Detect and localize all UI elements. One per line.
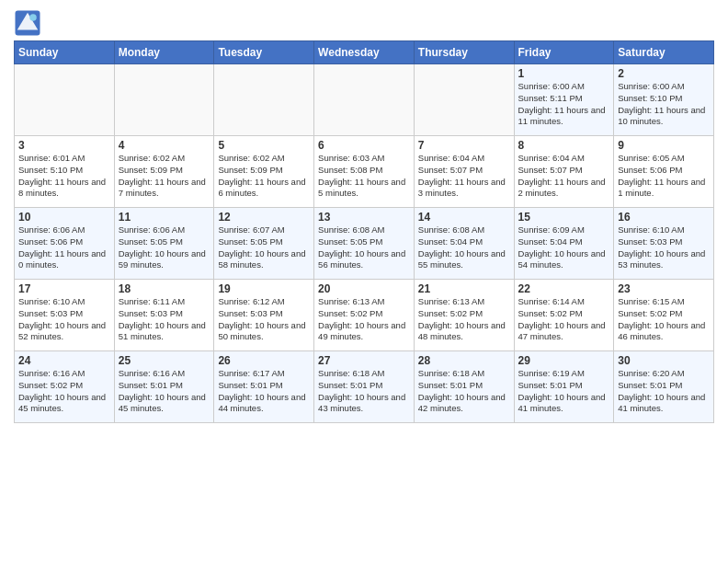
page-container: SundayMondayTuesdayWednesdayThursdayFrid… bbox=[0, 0, 728, 432]
day-cell: 26Sunrise: 6:17 AM Sunset: 5:01 PM Dayli… bbox=[214, 351, 314, 423]
day-info: Sunrise: 6:08 AM Sunset: 5:04 PM Dayligh… bbox=[418, 224, 510, 271]
day-cell: 20Sunrise: 6:13 AM Sunset: 5:02 PM Dayli… bbox=[314, 280, 415, 351]
day-number: 3 bbox=[18, 139, 110, 152]
day-info: Sunrise: 6:04 AM Sunset: 5:07 PM Dayligh… bbox=[518, 153, 610, 200]
day-number: 8 bbox=[518, 139, 610, 152]
day-number: 6 bbox=[318, 139, 410, 152]
day-cell: 8Sunrise: 6:04 AM Sunset: 5:07 PM Daylig… bbox=[514, 136, 614, 208]
day-info: Sunrise: 6:14 AM Sunset: 5:02 PM Dayligh… bbox=[518, 296, 610, 343]
day-number: 27 bbox=[318, 354, 410, 367]
day-info: Sunrise: 6:00 AM Sunset: 5:10 PM Dayligh… bbox=[618, 81, 710, 128]
day-cell bbox=[314, 64, 415, 136]
day-info: Sunrise: 6:18 AM Sunset: 5:01 PM Dayligh… bbox=[318, 368, 410, 415]
day-info: Sunrise: 6:20 AM Sunset: 5:01 PM Dayligh… bbox=[618, 368, 710, 415]
day-cell: 29Sunrise: 6:19 AM Sunset: 5:01 PM Dayli… bbox=[514, 351, 614, 423]
day-number: 26 bbox=[218, 354, 310, 367]
day-cell: 30Sunrise: 6:20 AM Sunset: 5:01 PM Dayli… bbox=[614, 351, 714, 423]
day-number: 7 bbox=[418, 139, 510, 152]
day-number: 20 bbox=[318, 282, 410, 295]
day-number: 4 bbox=[119, 139, 210, 152]
day-number: 18 bbox=[119, 282, 210, 295]
day-cell: 17Sunrise: 6:10 AM Sunset: 5:03 PM Dayli… bbox=[15, 280, 115, 351]
day-info: Sunrise: 6:04 AM Sunset: 5:07 PM Dayligh… bbox=[418, 153, 510, 200]
day-info: Sunrise: 6:10 AM Sunset: 5:03 PM Dayligh… bbox=[18, 296, 110, 343]
day-cell: 16Sunrise: 6:10 AM Sunset: 5:03 PM Dayli… bbox=[614, 208, 714, 280]
day-number: 24 bbox=[18, 354, 110, 367]
header bbox=[14, 9, 714, 37]
day-cell: 12Sunrise: 6:07 AM Sunset: 5:05 PM Dayli… bbox=[214, 208, 314, 280]
day-info: Sunrise: 6:02 AM Sunset: 5:09 PM Dayligh… bbox=[119, 153, 210, 200]
day-cell bbox=[15, 64, 115, 136]
weekday-header-saturday: Saturday bbox=[614, 41, 714, 64]
day-number: 1 bbox=[518, 67, 610, 80]
day-info: Sunrise: 6:09 AM Sunset: 5:04 PM Dayligh… bbox=[518, 224, 610, 271]
day-cell: 27Sunrise: 6:18 AM Sunset: 5:01 PM Dayli… bbox=[314, 351, 415, 423]
day-number: 17 bbox=[18, 282, 110, 295]
weekday-header-tuesday: Tuesday bbox=[214, 41, 314, 64]
day-cell bbox=[414, 64, 514, 136]
day-number: 5 bbox=[218, 139, 310, 152]
day-cell: 18Sunrise: 6:11 AM Sunset: 5:03 PM Dayli… bbox=[114, 280, 214, 351]
day-number: 2 bbox=[618, 67, 710, 80]
day-cell: 15Sunrise: 6:09 AM Sunset: 5:04 PM Dayli… bbox=[514, 208, 614, 280]
weekday-header-wednesday: Wednesday bbox=[314, 41, 415, 64]
day-number: 23 bbox=[618, 282, 710, 295]
day-cell: 21Sunrise: 6:13 AM Sunset: 5:02 PM Dayli… bbox=[414, 280, 514, 351]
day-info: Sunrise: 6:06 AM Sunset: 5:05 PM Dayligh… bbox=[119, 224, 210, 271]
day-info: Sunrise: 6:16 AM Sunset: 5:01 PM Dayligh… bbox=[119, 368, 210, 415]
day-info: Sunrise: 6:13 AM Sunset: 5:02 PM Dayligh… bbox=[318, 296, 410, 343]
day-cell: 28Sunrise: 6:18 AM Sunset: 5:01 PM Dayli… bbox=[414, 351, 514, 423]
day-info: Sunrise: 6:01 AM Sunset: 5:10 PM Dayligh… bbox=[18, 153, 110, 200]
day-number: 30 bbox=[618, 354, 710, 367]
day-info: Sunrise: 6:03 AM Sunset: 5:08 PM Dayligh… bbox=[318, 153, 410, 200]
weekday-header-monday: Monday bbox=[114, 41, 214, 64]
day-number: 28 bbox=[418, 354, 510, 367]
day-cell: 22Sunrise: 6:14 AM Sunset: 5:02 PM Dayli… bbox=[514, 280, 614, 351]
day-info: Sunrise: 6:18 AM Sunset: 5:01 PM Dayligh… bbox=[418, 368, 510, 415]
day-cell: 14Sunrise: 6:08 AM Sunset: 5:04 PM Dayli… bbox=[414, 208, 514, 280]
day-cell: 23Sunrise: 6:15 AM Sunset: 5:02 PM Dayli… bbox=[614, 280, 714, 351]
day-info: Sunrise: 6:06 AM Sunset: 5:06 PM Dayligh… bbox=[18, 224, 110, 271]
day-number: 16 bbox=[618, 211, 710, 224]
day-number: 19 bbox=[218, 282, 310, 295]
day-number: 25 bbox=[119, 354, 210, 367]
day-cell: 7Sunrise: 6:04 AM Sunset: 5:07 PM Daylig… bbox=[414, 136, 514, 208]
day-number: 14 bbox=[418, 211, 510, 224]
day-cell: 4Sunrise: 6:02 AM Sunset: 5:09 PM Daylig… bbox=[114, 136, 214, 208]
day-info: Sunrise: 6:00 AM Sunset: 5:11 PM Dayligh… bbox=[518, 81, 610, 128]
day-number: 11 bbox=[119, 211, 210, 224]
day-info: Sunrise: 6:08 AM Sunset: 5:05 PM Dayligh… bbox=[318, 224, 410, 271]
day-info: Sunrise: 6:12 AM Sunset: 5:03 PM Dayligh… bbox=[218, 296, 310, 343]
day-cell: 6Sunrise: 6:03 AM Sunset: 5:08 PM Daylig… bbox=[314, 136, 415, 208]
day-info: Sunrise: 6:07 AM Sunset: 5:05 PM Dayligh… bbox=[218, 224, 310, 271]
day-info: Sunrise: 6:10 AM Sunset: 5:03 PM Dayligh… bbox=[618, 224, 710, 271]
day-number: 10 bbox=[18, 211, 110, 224]
day-cell bbox=[214, 64, 314, 136]
day-cell: 9Sunrise: 6:05 AM Sunset: 5:06 PM Daylig… bbox=[614, 136, 714, 208]
week-row-4: 24Sunrise: 6:16 AM Sunset: 5:02 PM Dayli… bbox=[15, 351, 714, 423]
day-info: Sunrise: 6:05 AM Sunset: 5:06 PM Dayligh… bbox=[618, 153, 710, 200]
week-row-2: 10Sunrise: 6:06 AM Sunset: 5:06 PM Dayli… bbox=[15, 208, 714, 280]
day-number: 13 bbox=[318, 211, 410, 224]
day-cell: 25Sunrise: 6:16 AM Sunset: 5:01 PM Dayli… bbox=[114, 351, 214, 423]
day-info: Sunrise: 6:11 AM Sunset: 5:03 PM Dayligh… bbox=[119, 296, 210, 343]
day-number: 12 bbox=[218, 211, 310, 224]
weekday-header-thursday: Thursday bbox=[414, 41, 514, 64]
day-info: Sunrise: 6:16 AM Sunset: 5:02 PM Dayligh… bbox=[18, 368, 110, 415]
logo-icon bbox=[14, 9, 41, 37]
day-number: 9 bbox=[618, 139, 710, 152]
day-cell: 5Sunrise: 6:02 AM Sunset: 5:09 PM Daylig… bbox=[214, 136, 314, 208]
svg-point-2 bbox=[29, 14, 37, 21]
calendar-table: SundayMondayTuesdayWednesdayThursdayFrid… bbox=[14, 40, 714, 423]
day-info: Sunrise: 6:17 AM Sunset: 5:01 PM Dayligh… bbox=[218, 368, 310, 415]
day-number: 21 bbox=[418, 282, 510, 295]
day-info: Sunrise: 6:13 AM Sunset: 5:02 PM Dayligh… bbox=[418, 296, 510, 343]
day-cell: 10Sunrise: 6:06 AM Sunset: 5:06 PM Dayli… bbox=[15, 208, 115, 280]
day-cell: 13Sunrise: 6:08 AM Sunset: 5:05 PM Dayli… bbox=[314, 208, 415, 280]
day-cell: 19Sunrise: 6:12 AM Sunset: 5:03 PM Dayli… bbox=[214, 280, 314, 351]
week-row-1: 3Sunrise: 6:01 AM Sunset: 5:10 PM Daylig… bbox=[15, 136, 714, 208]
day-cell: 1Sunrise: 6:00 AM Sunset: 5:11 PM Daylig… bbox=[514, 64, 614, 136]
week-row-0: 1Sunrise: 6:00 AM Sunset: 5:11 PM Daylig… bbox=[15, 64, 714, 136]
day-number: 22 bbox=[518, 282, 610, 295]
weekday-header-friday: Friday bbox=[514, 41, 614, 64]
